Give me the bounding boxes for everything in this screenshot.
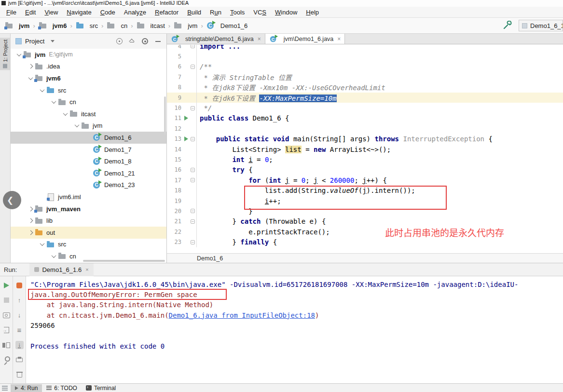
tree-item--idea[interactable]: .idea (11, 61, 166, 73)
pin-icon[interactable] (2, 356, 11, 364)
code-line-11[interactable]: 11public class Demo1_6 { (167, 113, 563, 123)
editor-tab-stringtable-Demo1_6-java[interactable]: stringtable\Demo1_6.java× (167, 34, 265, 44)
layout-icon[interactable] (2, 341, 11, 349)
rerun-icon[interactable] (15, 281, 24, 289)
code-line-15[interactable]: 15 int i = 0; (167, 154, 563, 164)
toolwindow-switcher-icon[interactable] (2, 386, 8, 391)
exit-icon[interactable] (2, 326, 11, 334)
code-line-12[interactable]: 12 (167, 123, 563, 134)
run-icon[interactable] (2, 281, 11, 289)
locate-icon[interactable] (116, 38, 123, 44)
hide-icon[interactable] (154, 38, 162, 45)
collapse-icon[interactable] (128, 38, 136, 45)
menu-navigate[interactable]: Navigate (62, 8, 96, 17)
menu-run[interactable]: Run (206, 8, 226, 17)
menu-window[interactable]: Window (271, 8, 302, 17)
edit-configurations-wrench-icon[interactable] (502, 21, 512, 30)
code-line-4[interactable]: 4–import ... (167, 45, 563, 51)
chevron-slot[interactable] (38, 89, 46, 92)
chevron-slot[interactable] (49, 100, 58, 104)
code-line-17[interactable]: 17– for (int j = 0; j < 260000; j++) { (167, 175, 563, 185)
tree-item-demo1_6[interactable]: Demo1_6 (11, 132, 166, 144)
back-overlay-button[interactable]: ❮ (3, 191, 21, 209)
chevron-slot[interactable] (49, 255, 58, 258)
breadcrumb-item-itcast[interactable]: itcast (137, 22, 165, 29)
code-line-8[interactable]: 8 * 在jdk8下设置 -Xmx10m -XX:-UseGCOverheadL… (167, 82, 563, 93)
tree-item-itcast[interactable]: itcast (11, 108, 166, 120)
console-output[interactable]: "C:\Program Files\Java\jdk1.6.0_45\bin\j… (27, 276, 563, 383)
breadcrumb-item-src[interactable]: src (76, 22, 98, 29)
code-line-21[interactable]: 21– } catch (Throwable e) { (167, 216, 563, 227)
chevron-slot[interactable] (26, 65, 35, 68)
settings-icon[interactable] (142, 38, 148, 44)
stop-icon[interactable] (2, 296, 11, 304)
horizontal-scrollbar[interactable] (83, 260, 165, 262)
close-icon[interactable]: × (258, 36, 261, 42)
menu-vcs[interactable]: VCS (249, 8, 271, 17)
vertical-scrollbar[interactable] (164, 96, 166, 135)
fold-icon[interactable]: – (191, 240, 195, 244)
code-line-6[interactable]: 6–/** (167, 62, 563, 72)
close-icon[interactable]: × (337, 36, 341, 42)
menu-tools[interactable]: Tools (226, 8, 249, 17)
statusbar-item-terminal[interactable]: Terminal (82, 384, 120, 392)
tree-item-lib[interactable]: lib (11, 215, 166, 227)
editor-breadcrumb-item[interactable]: Demo1_6 (197, 255, 223, 262)
fold-icon[interactable]: – (191, 209, 195, 213)
run-line-icon[interactable] (184, 136, 188, 141)
tree-item-demo1_8[interactable]: Demo1_8 (11, 155, 166, 167)
tree-item-demo1_23[interactable]: Demo1_23 (11, 179, 166, 191)
chevron-slot[interactable] (61, 112, 69, 116)
down-icon[interactable]: ↓ (15, 311, 24, 319)
tree-item-jvm[interactable]: jvm (11, 120, 166, 132)
chevron-slot[interactable] (38, 243, 46, 246)
code-line-13[interactable]: 13– public static void main(String[] arg… (167, 134, 563, 144)
scroll-end-icon[interactable] (15, 341, 24, 349)
editor-tab-jvm-Demo1_6-java[interactable]: jvm\Demo1_6.java× (265, 34, 345, 44)
stacktrace-link[interactable]: Demo1_6.java from InputFileObject:18 (169, 311, 315, 319)
breadcrumb-item-demo1_6[interactable]: Demo1_6 (206, 22, 247, 29)
run-tab[interactable]: Demo1_6_1.6 × (29, 263, 93, 276)
tree-item-cn[interactable]: cn (11, 96, 166, 108)
menu-build[interactable]: Build (183, 8, 206, 17)
code-line-10[interactable]: 10– */ (167, 103, 563, 113)
fold-icon[interactable]: – (191, 45, 195, 48)
tree-item-src[interactable]: src (11, 239, 166, 251)
fold-icon[interactable]: – (191, 178, 195, 182)
chevron-slot[interactable] (26, 231, 35, 234)
code-line-14[interactable]: 14 List<String> list = new ArrayList<~>(… (167, 144, 563, 154)
chevron-slot[interactable] (26, 77, 35, 80)
code-line-5[interactable]: 5 (167, 51, 563, 61)
fold-icon[interactable]: – (191, 137, 195, 141)
menu-code[interactable]: Code (96, 8, 120, 17)
tree-item-out[interactable]: out (11, 227, 166, 239)
menu-refactor[interactable]: Refactor (151, 8, 183, 17)
wrap-icon[interactable] (15, 326, 24, 334)
print-icon[interactable] (15, 356, 24, 364)
statusbar-item-4--run[interactable]: 4: Run (11, 384, 42, 392)
code-line-7[interactable]: 7 * 演示 StringTable 位置 (167, 72, 563, 82)
close-icon[interactable]: × (85, 267, 88, 272)
tree-item-src[interactable]: src (11, 84, 166, 96)
breadcrumb-item-jvm[interactable]: jvm (174, 22, 197, 29)
sidebar-item-project[interactable]: 1: Project (0, 38, 11, 70)
menu-edit[interactable]: Edit (21, 8, 40, 17)
camera-icon[interactable] (2, 311, 11, 319)
chevron-slot[interactable] (26, 219, 35, 222)
breadcrumb-item-jvm[interactable]: jvm (5, 22, 29, 29)
tree-item-jvm_maven[interactable]: jvm_maven (11, 203, 166, 215)
code-line-9[interactable]: 9 * 在jdk6下设置 -XX:MaxPermSize=10m (167, 93, 563, 103)
code-area[interactable]: 4–import ...56–/**7 * 演示 StringTable 位置8… (167, 45, 563, 253)
breadcrumb-item-cn[interactable]: cn (107, 22, 127, 29)
menu-analyze[interactable]: Analyze (120, 8, 151, 17)
chevron-slot[interactable] (26, 207, 35, 211)
statusbar-item-6--todo[interactable]: 6: TODO (42, 384, 82, 392)
fold-icon[interactable]: – (191, 219, 195, 224)
tree-item-jvm[interactable]: jvmE:\git\jvm (11, 49, 166, 61)
run-line-icon[interactable] (184, 116, 188, 121)
chevron-slot[interactable] (72, 124, 81, 127)
project-view-selector[interactable]: Project (15, 38, 55, 45)
fold-icon[interactable]: – (191, 168, 195, 172)
tree-item-jvm6[interactable]: jvm6 (11, 72, 166, 84)
tree-item-demo1_21[interactable]: Demo1_21 (11, 167, 166, 179)
